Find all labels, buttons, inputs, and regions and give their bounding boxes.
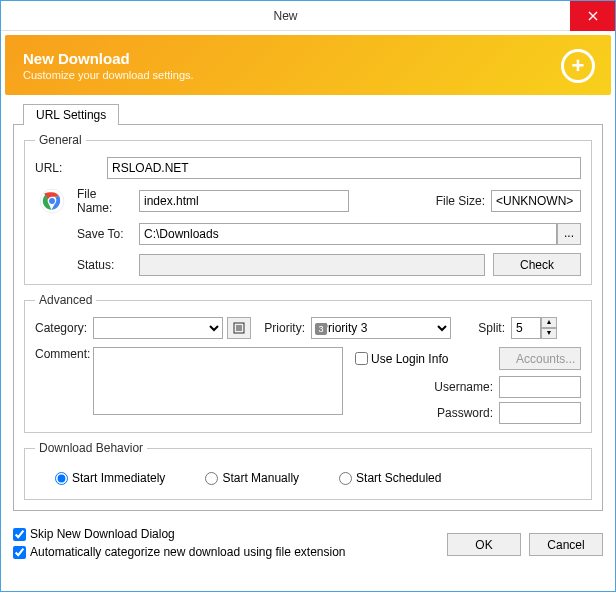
general-legend: General [35,133,86,147]
header-subtitle: Customize your download settings. [23,69,194,81]
priority-select[interactable]: Priority 3 [311,317,451,339]
spinner-up[interactable]: ▲ [541,317,557,328]
use-login-label: Use Login Info [371,352,448,366]
category-select[interactable] [93,317,223,339]
filename-input[interactable] [139,190,349,212]
comment-input[interactable] [93,347,343,415]
start-manually-radio[interactable] [205,472,218,485]
category-manage-button[interactable] [227,317,251,339]
category-label: Category: [35,321,93,335]
accounts-button[interactable]: Accounts... [499,347,581,370]
general-group: General URL: File Name: File Size: Save … [24,133,592,285]
svg-point-2 [49,198,55,204]
url-label: URL: [35,161,107,175]
username-input[interactable] [499,376,581,398]
behavior-legend: Download Behavior [35,441,147,455]
auto-categorize-label: Automatically categorize new download us… [30,545,346,559]
filesize-field [491,190,581,212]
comment-label: Comment: [35,347,93,361]
ok-button[interactable]: OK [447,533,521,556]
header-banner: New Download Customize your download set… [5,35,611,95]
skip-dialog-checkbox[interactable] [13,528,26,541]
status-field [139,254,485,276]
priority-label: Priority: [251,321,311,335]
behavior-group: Download Behavior Start Immediately Star… [24,441,592,500]
list-icon [233,322,245,334]
header-title: New Download [23,50,194,67]
password-input[interactable] [499,402,581,424]
split-spinner[interactable]: ▲▼ [511,317,557,339]
check-button[interactable]: Check [493,253,581,276]
split-label: Split: [467,321,511,335]
tab-url-settings[interactable]: URL Settings [23,104,119,125]
auto-categorize-checkbox[interactable] [13,546,26,559]
start-immediately-radio[interactable] [55,472,68,485]
status-label: Status: [77,258,139,272]
username-label: Username: [355,380,499,394]
cancel-button[interactable]: Cancel [529,533,603,556]
start-immediately-label: Start Immediately [72,471,165,485]
titlebar: New [1,1,615,31]
start-scheduled-radio[interactable] [339,472,352,485]
advanced-group: Advanced Category: Priority: Priority 3 … [24,293,592,433]
start-scheduled-label: Start Scheduled [356,471,441,485]
chrome-icon [39,188,65,214]
password-label: Password: [355,406,499,420]
spinner-down[interactable]: ▼ [541,328,557,339]
saveto-input[interactable] [139,223,557,245]
saveto-label: Save To: [77,227,139,241]
start-manually-label: Start Manually [222,471,299,485]
filename-label: File Name: [77,187,139,215]
close-button[interactable] [570,1,615,31]
browse-button[interactable]: ... [557,223,581,245]
use-login-checkbox[interactable] [355,352,368,365]
tab-panel: General URL: File Name: File Size: Save … [13,124,603,511]
window-title: New [1,9,570,23]
url-input[interactable] [107,157,581,179]
close-icon [588,11,598,21]
advanced-legend: Advanced [35,293,96,307]
add-circle-icon: + [561,49,595,83]
split-input[interactable] [511,317,541,339]
skip-dialog-label: Skip New Download Dialog [30,527,175,541]
filesize-label: File Size: [349,194,491,208]
